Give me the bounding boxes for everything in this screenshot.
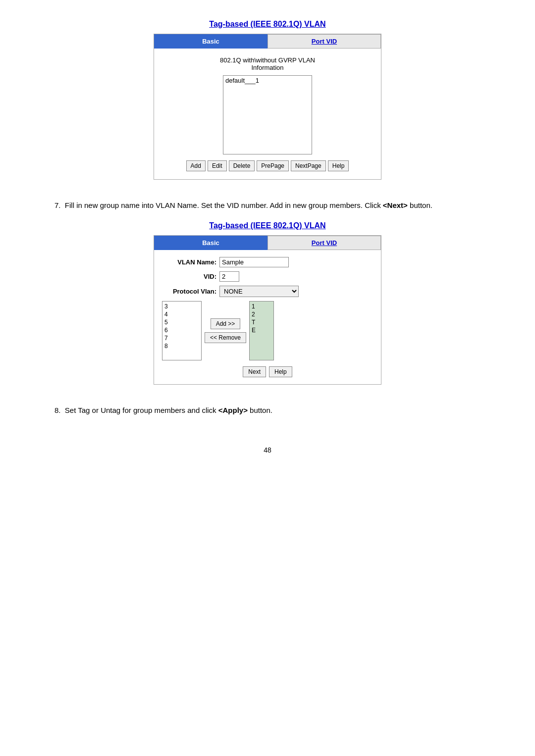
vlan-panel-1: Basic Port VID 802.1Q with\without GVRP … — [154, 34, 381, 180]
right-port-T[interactable]: T — [251, 318, 272, 326]
instruction-7: 7. Fill in new group name into VLAN Name… — [54, 200, 495, 211]
instruction-8-bold: <Apply> — [218, 406, 248, 414]
vlan-list-box[interactable]: default___1 — [223, 75, 312, 154]
tab-basic-2[interactable]: Basic — [154, 236, 268, 250]
port-btn-col: Add >> << Remove — [205, 318, 246, 343]
port-item-7[interactable]: 7 — [163, 334, 200, 342]
form-button-row: Next Help — [162, 366, 373, 377]
instruction-7-text2: button. — [408, 201, 432, 209]
protocol-label: Protocol Vlan: — [162, 288, 216, 295]
panel-header-2: Basic Port VID — [154, 236, 381, 250]
tab-port-vid-1[interactable]: Port VID — [268, 34, 381, 49]
right-port-E[interactable]: E — [251, 326, 272, 334]
vlan-title-1[interactable]: Tag-based (IEEE 802.1Q) VLAN — [40, 20, 495, 29]
page-number: 48 — [40, 446, 495, 454]
tab-port-vid-2[interactable]: Port VID — [268, 236, 381, 250]
tab-basic-1[interactable]: Basic — [154, 34, 268, 49]
vlan-name-label: VLAN Name: — [162, 258, 216, 266]
instruction-7-number: 7. — [54, 201, 61, 209]
instruction-7-text: Fill in new group name into VLAN Name. S… — [65, 201, 383, 209]
instruction-8-number: 8. — [54, 406, 61, 414]
vlan-name-input[interactable] — [219, 257, 289, 267]
protocol-select[interactable]: NONE — [219, 286, 299, 297]
vlan-info-title: 802.1Q with\without GVRP VLAN Informatio… — [162, 56, 373, 71]
right-port-1[interactable]: 1 — [251, 302, 272, 310]
vlan-title-2[interactable]: Tag-based (IEEE 802.1Q) VLAN — [40, 221, 495, 230]
instruction-8-text2: button. — [248, 406, 272, 414]
left-port-list[interactable]: 3 4 5 6 7 8 — [162, 301, 202, 360]
edit-button-1[interactable]: Edit — [208, 160, 227, 171]
delete-button-1[interactable]: Delete — [229, 160, 255, 171]
remove-ports-button[interactable]: << Remove — [205, 332, 246, 343]
add-button-1[interactable]: Add — [186, 160, 206, 171]
port-item-4[interactable]: 4 — [163, 310, 200, 318]
instruction-8: 8. Set Tag or Untag for group members an… — [54, 404, 495, 416]
list-item[interactable]: default___1 — [225, 77, 310, 84]
vlan-name-row: VLAN Name: — [162, 257, 373, 267]
vid-row: VID: — [162, 271, 373, 282]
vid-input[interactable] — [219, 271, 239, 282]
instruction-7-bold: <Next> — [383, 201, 408, 209]
help-button-1[interactable]: Help — [328, 160, 349, 171]
nextpage-button[interactable]: NextPage — [291, 160, 326, 171]
next-button[interactable]: Next — [243, 366, 266, 377]
instruction-8-text: Set Tag or Untag for group members and c… — [65, 406, 218, 414]
port-item-8[interactable]: 8 — [163, 342, 200, 350]
right-port-2[interactable]: 2 — [251, 310, 272, 318]
add-ports-button[interactable]: Add >> — [211, 318, 241, 329]
port-area: 3 4 5 6 7 8 Add >> << Remove 1 2 T E — [162, 301, 373, 360]
right-port-list[interactable]: 1 2 T E — [249, 301, 274, 360]
protocol-row: Protocol Vlan: NONE — [162, 286, 373, 297]
vlan-panel-2: Basic Port VID VLAN Name: VID: Protocol … — [154, 235, 381, 385]
form-body: VLAN Name: VID: Protocol Vlan: NONE 3 4 … — [154, 250, 381, 384]
port-item-5[interactable]: 5 — [163, 318, 200, 326]
port-item-6[interactable]: 6 — [163, 326, 200, 334]
button-row-1: Add Edit Delete PrePage NextPage Help — [162, 160, 373, 171]
panel-header-1: Basic Port VID — [154, 34, 381, 49]
vid-label: VID: — [162, 273, 216, 280]
panel-body-1: 802.1Q with\without GVRP VLAN Informatio… — [154, 49, 381, 179]
port-item-3[interactable]: 3 — [163, 302, 200, 310]
prepage-button[interactable]: PrePage — [257, 160, 289, 171]
help-button-2[interactable]: Help — [269, 366, 292, 377]
